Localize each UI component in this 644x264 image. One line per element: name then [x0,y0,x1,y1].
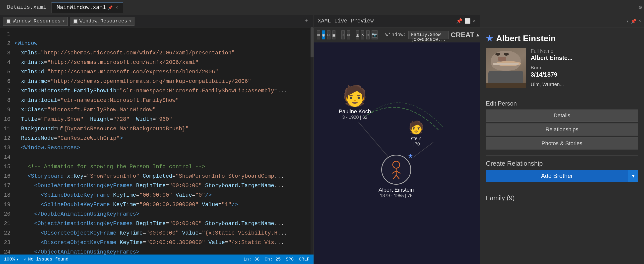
mother-name: Pauline Koch [339,108,371,115]
window-value: Family.Show [0x003c0c0... [411,32,446,42]
pin-icon[interactable]: 📌 [456,18,462,24]
creat-arrow: ▲ [475,32,480,38]
breadcrumb-left-select[interactable]: 🔲 Window.Resources ▾ [3,17,68,26]
svg-line-6 [393,175,396,179]
family-tree: 🧑 Pauline Koch 3 - 1920 | 62 🧑 stein | 7… [314,42,480,264]
add-brother-dropdown-button[interactable]: ▾ [628,170,638,182]
create-relationship-section: Create Relationship Add Brother ▾ [480,160,644,186]
divider-2 [486,156,638,156]
breadcrumb-add-button[interactable]: + [302,17,310,26]
code-editor: 1234 5678 9101112 13141516 17181920 2122… [0,28,314,254]
tab-mainwindow-xaml[interactable]: MainWindow.xaml 📌 × [52,2,123,13]
tab-close-button[interactable]: × [115,5,118,10]
svg-line-4 [392,171,396,173]
tool-pointer-btn[interactable]: ◉ [322,31,325,39]
editor-status-bar: 100% ▾ ✓ No issues found Ln: 38 Ch: 25 S… [0,254,314,264]
full-name-value: Albert Einste... [531,54,638,61]
zoom-arrow: ▾ [16,256,19,262]
scrollbar-thumb[interactable] [310,28,314,57]
maximize-icon[interactable]: ⬜ [464,18,471,24]
preview-content: 🧑 Pauline Koch 3 - 1920 | 62 🧑 stein | 7… [314,42,480,264]
window-select[interactable]: Family.Show [0x003c0c0... [408,31,449,39]
person-info-section: ★ Albert Einstein [480,28,644,96]
svg-line-0 [358,122,388,157]
crlf-indicator: CRLF [299,257,310,262]
svg-line-7 [396,175,400,179]
editor-panel: 🔲 Window.Resources ▾ 🔲 Window.Resources … [0,15,314,264]
tool-panel-btn[interactable]: ◫ [356,31,359,39]
albert-einstein-node[interactable]: ★ Albert Einstein 1879 - 1955 | 76 [378,155,414,198]
settings-icon[interactable]: ⚙ [639,4,642,11]
zoom-value: 100% [4,257,15,262]
edit-person-section: Edit Person Details Relationships Photos… [480,100,644,156]
mother-figure-icon: 🧑 [342,87,367,107]
add-brother-button[interactable]: Add Brother [486,170,628,182]
breadcrumb-right-select[interactable]: 🔲 Window.Resources ▾ [70,17,134,26]
add-brother-row: Add Brother ▾ [486,170,638,182]
person-card: Full Name Albert Einste... Born 3/14/187… [486,48,638,91]
panel-pin-icon[interactable]: 📌 [631,19,636,24]
line-numbers: 1234 5678 9101112 13141516 17181920 2122… [0,28,12,254]
breadcrumb-right-arrow: ▾ [129,18,132,24]
tool-crop-btn[interactable]: ⊠ [347,31,350,39]
panel-dropdown-icon[interactable]: ▾ [626,19,629,24]
person-details: Full Name Albert Einste... Born 3/14/187… [531,48,638,91]
connections-svg [314,42,480,264]
no-issues-text: No issues found [28,257,68,262]
creat-area: CREAT ▲ [451,31,480,39]
window-label: Window: [386,32,406,38]
stein-name: stein [411,136,421,142]
status-right: Ln: 38 Ch: 25 SPC CRLF [244,257,310,262]
stein-dates: | 70 [412,142,420,147]
einstein-circle: ★ [381,155,411,185]
tool-refresh-btn[interactable]: × [361,31,364,39]
person-full-name-title: Albert Einstein [496,33,556,43]
spc-indicator: SPC [286,257,294,262]
stein-node[interactable]: 🧑 stein | 70 [408,122,424,147]
editor-zoom: 100% ▾ [4,256,19,262]
tool-grid-btn[interactable]: ▣ [332,31,336,39]
stein-figure-icon: 🧑 [408,122,424,135]
tab-details-xaml[interactable]: Details.xaml [2,2,52,13]
panel-close-icon[interactable]: × [638,19,641,24]
svg-line-5 [396,171,400,173]
tab-pin-icon: 📌 [108,5,113,10]
tool-snap-btn[interactable]: ⊕ [366,31,370,39]
tool-box-btn[interactable]: ⊡ [327,31,330,39]
mother-node[interactable]: 🧑 Pauline Koch 3 - 1920 | 62 [339,87,371,120]
person-title: ★ Albert Einstein [486,33,638,43]
divider-1 [486,96,638,96]
tab-details-label: Details.xaml [7,4,46,11]
breadcrumb-bar: 🔲 Window.Resources ▾ 🔲 Window.Resources … [0,15,314,28]
person-photo [486,48,526,88]
close-preview-icon[interactable]: × [473,18,476,24]
no-issues-indicator: ✓ No issues found [24,256,68,262]
einstein-dates: 1879 - 1955 | 76 [380,193,413,198]
tab-mainwindow-label: MainWindow.xaml [56,5,106,11]
photos-stories-button[interactable]: Photos & Stories [486,138,638,150]
create-rel-title: Create Relationship [486,160,638,167]
ln-indicator: Ln: 38 [244,257,260,262]
person-star-rating: ★ [486,34,493,43]
creat-label: CREAT [451,31,474,39]
check-icon: ✓ [24,256,27,262]
family-title: Family (9) [486,194,638,202]
full-name-label: Full Name [531,48,638,54]
tab-bar: Details.xaml MainWindow.xaml 📌 × ⚙ [0,0,644,15]
relationships-button[interactable]: Relationships [486,123,638,136]
tool-select-btn[interactable]: ⊞ [317,31,320,39]
person-star-icon: ★ [408,151,413,161]
family-section: Family (9) [480,190,644,264]
tool-camera-btn[interactable]: 📷 [372,31,378,39]
preview-toolbar: ⊞ ◉ ⊡ ▣ ↕ ⊠ ◫ × ⊕ 📷 Window: Family.Show … [314,28,480,42]
xaml-preview-header: XAML Live Preview 📌 ⬜ × [314,15,480,28]
breadcrumb-right-icon: 🔲 [72,19,78,24]
breadcrumb-left-label: Window.Resources [13,18,60,24]
details-button[interactable]: Details [486,109,638,121]
tool-expand-btn[interactable]: ↕ [342,31,345,39]
editor-scrollbar[interactable] [310,28,314,254]
einstein-name: Albert Einstein [378,187,414,193]
svg-point-2 [393,161,400,168]
code-content[interactable]: <Window xmlns="http://schemas.microsoft.… [12,28,314,254]
divider-3 [486,186,638,186]
